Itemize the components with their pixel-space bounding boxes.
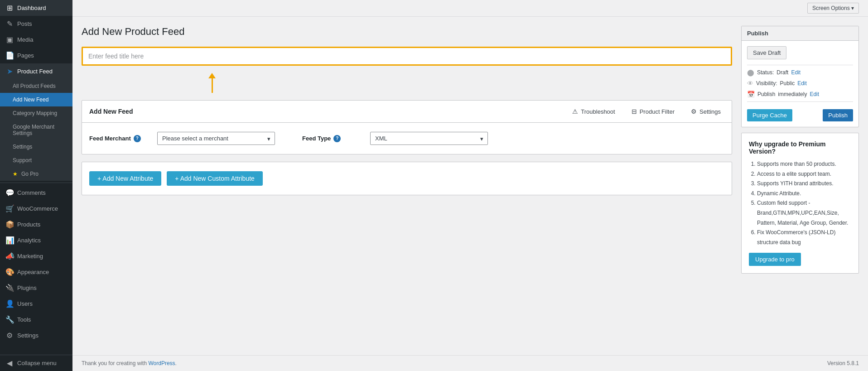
sidebar-item-label: Tools [17,316,31,323]
sidebar-subitem-settings[interactable]: Settings [0,140,72,154]
publish-divider-1 [747,65,853,65]
add-new-custom-attribute-button[interactable]: + Add New Custom Attribute [167,171,262,186]
sidebar-item-tools[interactable]: 🔧 Tools [0,312,72,328]
pages-icon: 📄 [5,51,14,60]
settings-icon: ⚙ [5,331,14,340]
sidebar-subitem-all-feeds[interactable]: All Product Feeds [0,79,72,93]
publish-label: Publish [757,91,775,97]
products-icon: 📦 [5,220,14,229]
sidebar-item-label: Analytics [17,237,41,244]
sidebar-item-label: WooCommerce [17,205,58,212]
tab-troubleshoot-label: Troubleshoot [581,108,615,115]
sidebar-item-label: Product Feed [17,68,53,75]
sidebar-item-users[interactable]: 👤 Users [0,296,72,312]
sidebar-item-label: Users [17,300,33,307]
sidebar-item-label: Comments [17,189,46,196]
publish-box: Publish Save Draft ⬤ Status: Draft Edit … [741,26,859,127]
feed-title-input[interactable] [82,47,732,66]
sidebar-subitem-go-pro[interactable]: ★ Go Pro [0,167,72,181]
sidebar-item-label: Plugins [17,284,37,291]
publish-box-content: Save Draft ⬤ Status: Draft Edit 👁 Visibi… [742,41,858,127]
status-meta: ⬤ Status: Draft Edit [747,69,853,76]
product-feed-icon: ➤ [5,67,14,76]
sidebar-item-label: Appearance [17,269,49,275]
version-text: Version 5.8.1 [827,360,859,366]
analytics-icon: 📊 [5,236,14,245]
publish-button[interactable]: Publish [823,109,853,121]
sidebar-item-marketing[interactable]: 📣 Marketing [0,248,72,264]
merchant-select-wrapper: Please select a merchant [157,132,275,145]
feed-merchant-label: Feed Merchant ? [89,135,144,142]
product-filter-icon: ⊟ [632,108,637,115]
tab-product-filter[interactable]: ⊟ Product Filter [628,106,678,117]
sidebar-subitem-label: All Product Feeds [13,83,56,89]
sidebar-item-dashboard[interactable]: ⊞ Dashboard [0,0,72,16]
feed-panel-header: Add New Feed ⚠ Troubleshoot ⊟ Product Fi… [82,101,732,123]
status-icon: ⬤ [747,69,754,76]
feed-merchant-select[interactable]: Please select a merchant [157,132,275,145]
wordpress-link[interactable]: WordPress [148,360,175,366]
sidebar-item-label: Dashboard [17,5,46,11]
feed-type-select[interactable]: XML CSV TSV JSON TXT [370,132,488,145]
sidebar-subitem-support[interactable]: Support [0,154,72,167]
sidebar-item-pages[interactable]: 📄 Pages [0,48,72,63]
sidebar-subitem-label: Category Mapping [13,110,57,116]
status-edit-link[interactable]: Edit [791,69,800,76]
sidebar-collapse[interactable]: ◀ Collapse menu [0,355,72,371]
sidebar-item-media[interactable]: ▣ Media [0,32,72,48]
sidebar-item-settings[interactable]: ⚙ Settings [0,328,72,343]
users-icon: 👤 [5,299,14,308]
sidebar-item-plugins[interactable]: 🔌 Plugins [0,280,72,296]
merchant-help-icon[interactable]: ? [134,135,141,142]
status-label: Status: [757,69,774,76]
sidebar-item-product-feed[interactable]: ➤ Product Feed [0,63,72,79]
screen-options-button[interactable]: Screen Options ▾ [807,3,859,14]
add-new-attribute-button[interactable]: + Add New Attribute [89,171,161,186]
sidebar-item-woocommerce[interactable]: 🛒 WooCommerce [0,201,72,217]
tab-settings-label: Settings [699,108,721,115]
publish-meta: 📅 Publish immediately Edit [747,91,853,98]
sidebar-item-comments[interactable]: 💬 Comments [0,185,72,201]
visibility-label: Visibility: [756,80,777,87]
sidebar-item-analytics[interactable]: 📊 Analytics [0,232,72,248]
feed-config-panel: Add New Feed ⚠ Troubleshoot ⊟ Product Fi… [82,100,732,154]
sidebar-subitem-label: Add New Feed [13,96,48,103]
page-title: Add New Product Feed [82,26,732,38]
list-item: Supports YITH brand attributes. [757,179,851,189]
visibility-value: Public [780,80,795,87]
feed-type-help-icon[interactable]: ? [333,135,341,142]
sidebar-divider [0,183,72,183]
right-sidebar: Publish Save Draft ⬤ Status: Draft Edit … [741,26,859,346]
sidebar-item-label: Marketing [17,253,43,260]
status-value: Draft [776,69,788,76]
sidebar-item-label: Products [17,221,40,228]
plugins-icon: 🔌 [5,284,14,292]
feed-panel-title: Add New Feed [89,108,133,115]
save-draft-button[interactable]: Save Draft [747,46,786,59]
upgrade-button[interactable]: Upgrade to pro [749,253,801,266]
sidebar-item-appearance[interactable]: 🎨 Appearance [0,264,72,280]
tab-troubleshoot[interactable]: ⚠ Troubleshoot [569,106,618,117]
sidebar-subitem-label: Support [13,157,32,164]
list-item: Fix WooCommerce's (JSON-LD) structure da… [757,228,851,247]
main-content: Screen Options ▾ Add New Product Feed Ad… [72,0,868,371]
feed-merchant-row: Feed Merchant ? Please select a merchant… [82,123,732,154]
troubleshoot-icon: ⚠ [572,108,578,115]
footer: Thank you for creating with WordPress. V… [72,355,868,371]
sidebar-subitem-google-merchant[interactable]: Google Merchant Settings [0,120,72,140]
sidebar-item-products[interactable]: 📦 Products [0,217,72,232]
visibility-edit-link[interactable]: Edit [797,80,807,87]
sidebar-item-posts[interactable]: ✎ Posts [0,16,72,32]
tab-settings[interactable]: ⚙ Settings [687,106,724,117]
sidebar-item-label: Posts [17,20,32,27]
sidebar-subitem-category-mapping[interactable]: Category Mapping [0,106,72,120]
save-draft-row: Save Draft [747,46,853,59]
sidebar-subitem-label: Settings [13,144,32,150]
marketing-icon: 📣 [5,252,14,260]
sidebar-subitem-label: Go Pro [21,171,39,177]
purge-cache-button[interactable]: Purge Cache [747,109,792,121]
publish-actions: Purge Cache Publish [747,106,853,121]
sidebar-subitem-add-new-feed[interactable]: Add New Feed [0,93,72,106]
publish-edit-link[interactable]: Edit [810,91,819,97]
content-area: Add New Product Feed Add New Feed ⚠ T [72,17,868,355]
